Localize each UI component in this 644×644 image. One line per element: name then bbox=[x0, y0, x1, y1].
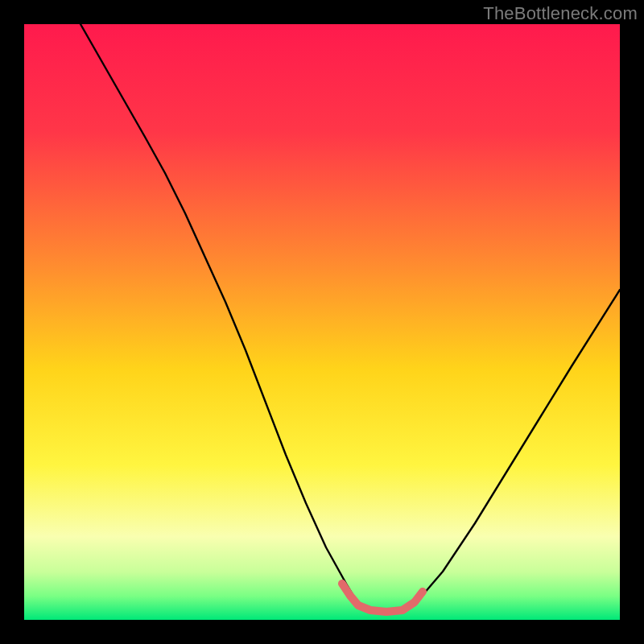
bottleneck-curve bbox=[80, 24, 620, 612]
plot-area bbox=[24, 24, 620, 620]
curve-layer bbox=[24, 24, 620, 620]
chart-frame: TheBottleneck.com bbox=[0, 0, 644, 644]
optimal-region-highlight bbox=[342, 584, 423, 612]
watermark-text: TheBottleneck.com bbox=[483, 3, 638, 24]
